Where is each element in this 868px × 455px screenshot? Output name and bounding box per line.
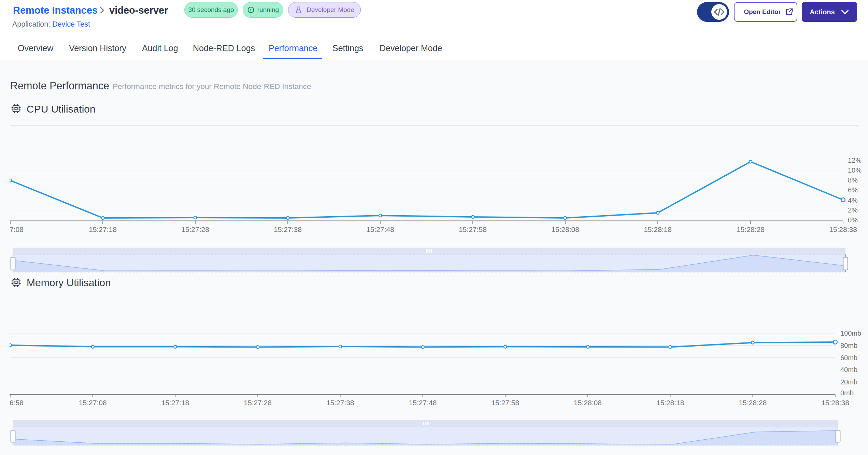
svg-text:100mb: 100mb <box>840 329 861 337</box>
svg-text:15:27:38: 15:27:38 <box>326 399 354 407</box>
svg-text:15:27:38: 15:27:38 <box>274 225 302 233</box>
svg-text:10%: 10% <box>848 166 862 174</box>
svg-text:15:28:18: 15:28:18 <box>644 225 672 233</box>
svg-text:0mb: 0mb <box>840 389 854 397</box>
svg-text:6%: 6% <box>848 186 858 194</box>
svg-text:15:27:48: 15:27:48 <box>409 399 437 407</box>
svg-text:60mb: 60mb <box>840 354 857 362</box>
svg-text:15:28:38: 15:28:38 <box>821 399 849 407</box>
svg-text:0%: 0% <box>848 216 858 224</box>
svg-text:15:28:18: 15:28:18 <box>656 399 684 407</box>
svg-text:15:27:28: 15:27:28 <box>244 399 272 407</box>
svg-text:20mb: 20mb <box>840 378 857 386</box>
svg-text:6:58: 6:58 <box>10 399 24 407</box>
svg-text:15:28:38: 15:28:38 <box>829 225 857 233</box>
svg-text:15:27:08: 15:27:08 <box>79 399 107 407</box>
svg-text:15:28:28: 15:28:28 <box>737 225 765 233</box>
svg-text:15:27:58: 15:27:58 <box>459 225 487 233</box>
svg-text:8%: 8% <box>848 176 858 184</box>
svg-text:15:27:18: 15:27:18 <box>161 399 189 407</box>
svg-text:15:28:08: 15:28:08 <box>551 225 579 233</box>
svg-text:40mb: 40mb <box>840 366 857 373</box>
svg-text:80mb: 80mb <box>840 342 857 349</box>
svg-text:15:27:48: 15:27:48 <box>366 225 394 233</box>
svg-text:15:27:18: 15:27:18 <box>89 225 117 233</box>
svg-text:4%: 4% <box>848 196 858 204</box>
svg-text:7:08: 7:08 <box>10 225 24 233</box>
svg-text:15:27:58: 15:27:58 <box>491 399 519 407</box>
svg-text:15:27:28: 15:27:28 <box>181 225 209 233</box>
svg-text:15:28:28: 15:28:28 <box>739 399 767 407</box>
svg-text:15:28:08: 15:28:08 <box>574 399 602 407</box>
svg-text:2%: 2% <box>848 206 858 214</box>
svg-text:12%: 12% <box>848 157 862 164</box>
